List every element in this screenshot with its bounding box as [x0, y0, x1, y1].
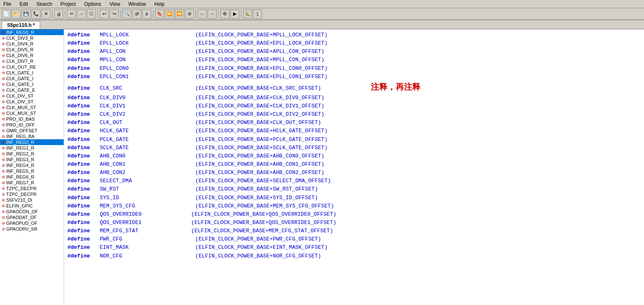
sidebar-item-21[interactable]: ❊INF_REG3_R: [0, 157, 64, 162]
menu-edit[interactable]: Edit: [18, 1, 30, 7]
sidebar-item-4[interactable]: ❊CLK_DIV7_R: [0, 58, 64, 64]
sidebar-item-10[interactable]: ❊CLK_DIV_ST: [0, 93, 64, 99]
menu-window[interactable]: Window: [127, 1, 148, 7]
tb-replace[interactable]: ⇄: [132, 10, 141, 19]
sidebar-label-16: OMR_OFFSET: [6, 128, 37, 133]
sidebar-item-32[interactable]: ❊GPAOPUD_OF: [0, 220, 64, 226]
sidebar-label-6: CLK_GATE_I: [6, 70, 33, 75]
sidebar-item-inf-reg0[interactable]: ❊ INF_REG0_R: [0, 29, 64, 35]
sidebar-item-3[interactable]: ❊CLK_DIV6_R: [0, 52, 64, 58]
tab-bar: S5pc110.h *: [0, 20, 644, 29]
sidebar-item-13[interactable]: ❊CLK_MUX_ST: [0, 110, 64, 116]
tb-open[interactable]: 📂: [12, 10, 21, 19]
sidebar-item-30[interactable]: ❊GPAOCON_OF: [0, 209, 64, 214]
tb-back[interactable]: ←: [198, 10, 207, 19]
menu-project[interactable]: Project: [59, 1, 77, 7]
tb-copy[interactable]: ⎓: [77, 10, 86, 19]
sidebar-label-24: INF_REG6_R: [6, 174, 34, 179]
sidebar-label-25: INF_REG7_R: [6, 180, 34, 185]
keyword-define-1: #define: [67, 31, 90, 39]
sidebar-item-12[interactable]: ❊CLK_MUX_ST: [0, 105, 64, 110]
tb-paste[interactable]: ⎔: [87, 10, 96, 19]
sidebar-item-25[interactable]: ❊INF_REG7_R: [0, 180, 64, 186]
sidebar-item-28[interactable]: ❊S5FV210_DI: [0, 197, 64, 203]
keyword-define-8: #define: [67, 94, 90, 102]
sidebar-item-19[interactable]: ❊INF_REG1_R: [0, 145, 64, 151]
macro-value-8: (ELFIN_CLOCK_POWER_BASE+CLK_DIV0_OFFSET): [179, 94, 324, 102]
sidebar-item-16[interactable]: ❊OMR_OFFSET: [0, 128, 64, 133]
tb-close[interactable]: ✕: [41, 10, 50, 19]
sidebar-icon-5: ❊: [2, 65, 5, 69]
tb-print[interactable]: 🖨: [54, 10, 63, 19]
keyword-define-7: #define: [67, 84, 90, 93]
macro-value-25: (ELFIN_CLOCK_POWER_BASE+PWR_CFG_OFFSET): [179, 235, 321, 243]
tb-compile[interactable]: ⚙: [220, 10, 229, 19]
menu-help[interactable]: Help: [153, 1, 166, 7]
tb-goto[interactable]: #: [142, 10, 151, 19]
code-line-1: #define MPLL_LOCK (ELFIN_CLOCK_POWER_BAS…: [67, 31, 641, 39]
keyword-define-24: #define: [67, 227, 90, 235]
tb-run[interactable]: ▶: [230, 10, 239, 19]
keyword-define-15: #define: [67, 152, 90, 160]
menu-search[interactable]: Search: [35, 1, 54, 7]
code-area[interactable]: #define MPLL_LOCK (ELFIN_CLOCK_POWER_BAS…: [64, 29, 644, 305]
tb-bookmark-clear[interactable]: ⊘: [185, 10, 194, 19]
sidebar-item-2[interactable]: ❊CLK_DIV5_R: [0, 47, 64, 52]
tb-cut[interactable]: ✂: [67, 10, 76, 19]
sidebar-item-11[interactable]: ❊CLK_DIV_ST: [0, 99, 64, 105]
code-line-5: #define EPLL_CON0 (ELFIN_CLOCK_POWER_BAS…: [67, 64, 641, 73]
sidebar-label-0: CLK_DIV3_R: [6, 36, 33, 41]
tb-debug[interactable]: 🐛: [243, 10, 252, 19]
toolbar-sep-4: [120, 10, 121, 18]
sidebar-item-8[interactable]: ❊CLK_GATE_I: [0, 81, 64, 87]
sidebar-item-17[interactable]: ❊INF_REG_BA: [0, 133, 64, 139]
sidebar-item-0[interactable]: ❊CLK_DIV3_R: [0, 35, 64, 41]
tb-bookmark-next[interactable]: ⏩: [165, 10, 174, 19]
sidebar-item-23[interactable]: ❊INF_REG5_R: [0, 168, 64, 174]
tb-new[interactable]: 📄: [2, 10, 11, 19]
code-line-20: #define SYS_ID (ELFIN_CLOCK_POWER_BASE+S…: [67, 194, 641, 202]
sidebar-item-15[interactable]: ❊PRO_ID_OFF: [0, 122, 64, 128]
sidebar-item-27[interactable]: ❊TZPC_DECPR: [0, 191, 64, 197]
sidebar-item-9[interactable]: ❊CLK_GATE_E: [0, 87, 64, 93]
sidebar-item-18[interactable]: ❊INF_REG0_R: [0, 139, 64, 145]
sidebar-item-22[interactable]: ❊INF_REG4_R: [0, 162, 64, 168]
sidebar-item-20[interactable]: ❊INF_REG2_R: [0, 151, 64, 157]
sidebar-item-31[interactable]: ❊GPAODAT_OF: [0, 214, 64, 220]
macro-name-19: SW_RST: [93, 185, 176, 193]
tb-step[interactable]: ⤵: [253, 10, 262, 19]
tab-main[interactable]: S5pc110.h *: [2, 21, 40, 29]
tb-bookmark[interactable]: 🔖: [155, 10, 164, 19]
sidebar-item-5[interactable]: ❊CLK_OUT_RE: [0, 64, 64, 70]
menu-options[interactable]: Options: [82, 1, 103, 7]
keyword-define-20: #define: [67, 194, 90, 202]
sidebar-item-1[interactable]: ❊CLK_DIV4_R: [0, 41, 64, 47]
menu-file[interactable]: File: [2, 1, 13, 7]
keyword-define-26: #define: [67, 243, 90, 252]
toolbar-sep-6: [196, 10, 196, 18]
sidebar-item-14[interactable]: ❊PRO_ID_BAS: [0, 116, 64, 122]
macro-name-13: PCLK_GATE: [93, 136, 176, 144]
macro-name-18: SELECT_DMA: [93, 177, 176, 185]
tb-find[interactable]: 🔍: [122, 10, 131, 19]
sidebar-icon-8: ❊: [2, 82, 5, 87]
sidebar-item-29[interactable]: ❊ELFIN_GPIC: [0, 203, 64, 209]
sidebar-item-24[interactable]: ❊INF_REG6_R: [0, 174, 64, 180]
tb-save-all[interactable]: 📞: [31, 10, 41, 19]
tb-save[interactable]: 💾: [21, 10, 31, 19]
keyword-define-4: #define: [67, 56, 90, 64]
keyword-define-10: #define: [67, 110, 90, 119]
tb-forward[interactable]: →: [208, 10, 217, 19]
sidebar-item-33[interactable]: ❊GPAODRV_SR: [0, 226, 64, 232]
sidebar-item-26[interactable]: ❊TZPC_DECPR: [0, 186, 64, 191]
tb-redo[interactable]: ↪: [110, 10, 119, 19]
sidebar-icon-31: ❊: [2, 215, 5, 220]
sidebar-item-6[interactable]: ❊CLK_GATE_I: [0, 70, 64, 76]
tb-undo[interactable]: ↩: [100, 10, 109, 19]
menu-view[interactable]: View: [108, 1, 122, 7]
sidebar-item-7[interactable]: ❊CLK_GATE_I: [0, 76, 64, 81]
macro-value-19: (ELFIN_CLOCK_POWER_BASE+SW_RST_OFFSET): [179, 185, 318, 193]
macro-name-24: MEM_CFG_STAT: [93, 227, 172, 235]
sidebar-icon-7: ❊: [2, 76, 5, 81]
tb-bookmark-prev[interactable]: ⏪: [175, 10, 184, 19]
